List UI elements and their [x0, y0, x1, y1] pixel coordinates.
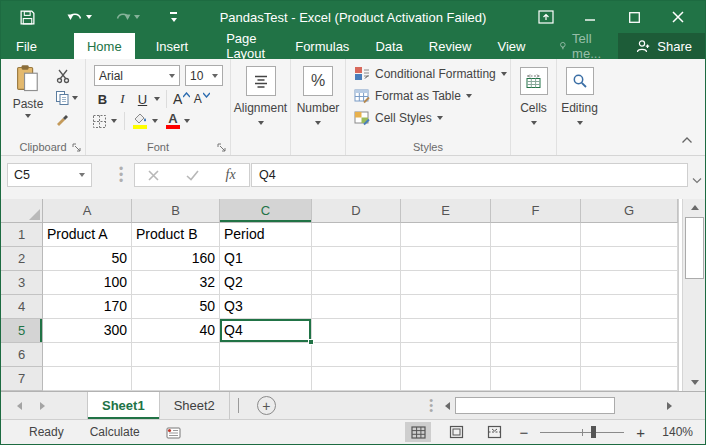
- close-button[interactable]: [661, 4, 695, 30]
- conditional-formatting-button[interactable]: Conditional Formatting: [354, 66, 507, 82]
- tab-file[interactable]: File: [1, 33, 52, 59]
- column-header-D[interactable]: D: [312, 199, 401, 223]
- collapse-ribbon-button[interactable]: [681, 133, 693, 147]
- column-header-F[interactable]: F: [491, 199, 581, 223]
- row-header-1[interactable]: 1: [1, 223, 43, 247]
- previous-sheet-button[interactable]: [17, 402, 22, 410]
- scroll-right-button[interactable]: [661, 396, 677, 415]
- cells-caret-icon[interactable]: [531, 121, 537, 125]
- cell-F5[interactable]: [491, 319, 581, 343]
- zoom-slider-thumb[interactable]: [591, 426, 596, 438]
- cell-E3[interactable]: [401, 271, 491, 295]
- vertical-scroll-thumb[interactable]: [685, 217, 704, 279]
- cell-D5[interactable]: [312, 319, 401, 343]
- cell-G5[interactable]: [581, 319, 678, 343]
- cell-C4[interactable]: Q3: [220, 295, 312, 319]
- cell-D7[interactable]: [312, 367, 401, 391]
- maximize-button[interactable]: [617, 4, 651, 30]
- column-header-G[interactable]: G: [581, 199, 678, 223]
- tab-review[interactable]: Review: [416, 33, 485, 59]
- cell-E1[interactable]: [401, 223, 491, 247]
- cell-D1[interactable]: [312, 223, 401, 247]
- cancel-button[interactable]: [148, 170, 159, 181]
- cell-D6[interactable]: [312, 343, 401, 367]
- row-header-3[interactable]: 3: [1, 271, 43, 295]
- share-button[interactable]: Share: [618, 33, 706, 59]
- cell-B5[interactable]: 40: [132, 319, 220, 343]
- page-break-preview-button[interactable]: [481, 422, 507, 442]
- editing-caret-icon[interactable]: [577, 121, 583, 125]
- tab-data[interactable]: Data: [362, 33, 415, 59]
- next-sheet-button[interactable]: [40, 402, 45, 410]
- cell-D2[interactable]: [312, 247, 401, 271]
- undo-dropdown-caret[interactable]: [86, 15, 92, 19]
- calculate-status[interactable]: Calculate: [90, 425, 140, 439]
- cell-A1[interactable]: Product A: [43, 223, 132, 247]
- cell-A4[interactable]: 170: [43, 295, 132, 319]
- cell-F7[interactable]: [491, 367, 581, 391]
- cell-B2[interactable]: 160: [132, 247, 220, 271]
- underline-button[interactable]: U: [134, 90, 151, 108]
- undo-button[interactable]: [62, 8, 96, 26]
- tab-page-layout[interactable]: Page Layout: [213, 33, 278, 59]
- cell-C6[interactable]: [220, 343, 312, 367]
- tab-formulas[interactable]: Formulas: [282, 33, 362, 59]
- select-all-button[interactable]: [1, 199, 43, 223]
- font-dialog-launcher[interactable]: [217, 142, 227, 152]
- cell-B6[interactable]: [132, 343, 220, 367]
- cell-G6[interactable]: [581, 343, 678, 367]
- alignment-caret-icon[interactable]: [258, 121, 264, 125]
- formula-input[interactable]: Q4: [251, 163, 688, 187]
- row-header-4[interactable]: 4: [1, 295, 43, 319]
- redo-button[interactable]: [110, 8, 144, 26]
- customize-quick-access-button[interactable]: [166, 10, 181, 24]
- cell-G3[interactable]: [581, 271, 678, 295]
- format-as-table-button[interactable]: Format as Table: [354, 88, 472, 104]
- font-size-select[interactable]: 10: [185, 65, 223, 86]
- cell-D4[interactable]: [312, 295, 401, 319]
- cell-F4[interactable]: [491, 295, 581, 319]
- ribbon-display-options-button[interactable]: [529, 4, 563, 30]
- font-color-button[interactable]: A: [166, 113, 180, 129]
- fill-handle[interactable]: [308, 339, 314, 345]
- tab-insert[interactable]: Insert: [143, 33, 202, 59]
- name-box[interactable]: C5: [7, 163, 92, 187]
- cell-C2[interactable]: Q1: [220, 247, 312, 271]
- cell-B1[interactable]: Product B: [132, 223, 220, 247]
- cell-F1[interactable]: [491, 223, 581, 247]
- cell-B7[interactable]: [132, 367, 220, 391]
- redo-dropdown-caret[interactable]: [134, 15, 140, 19]
- underline-caret-icon[interactable]: [154, 97, 160, 101]
- new-sheet-button[interactable]: +: [257, 396, 276, 415]
- cut-button[interactable]: [55, 68, 71, 84]
- font-color-caret-icon[interactable]: [184, 119, 190, 123]
- cell-A3[interactable]: 100: [43, 271, 132, 295]
- normal-view-button[interactable]: [405, 422, 431, 442]
- tab-tell-me[interactable]: Tell me...: [546, 33, 618, 59]
- vertical-scrollbar[interactable]: [682, 199, 706, 391]
- cell-G2[interactable]: [581, 247, 678, 271]
- increase-font-size-button[interactable]: A: [173, 90, 190, 108]
- formula-bar-grip[interactable]: •••: [119, 166, 123, 184]
- save-button[interactable]: [15, 7, 40, 28]
- clipboard-dialog-launcher[interactable]: [72, 142, 82, 152]
- cell-C3[interactable]: Q2: [220, 271, 312, 295]
- alignment-button[interactable]: [246, 66, 276, 96]
- cell-D3[interactable]: [312, 271, 401, 295]
- cell-F3[interactable]: [491, 271, 581, 295]
- cell-F2[interactable]: [491, 247, 581, 271]
- tab-home[interactable]: Home: [74, 33, 135, 59]
- number-caret-icon[interactable]: [315, 121, 321, 125]
- enter-button[interactable]: [186, 170, 199, 181]
- fill-color-caret-icon[interactable]: [152, 119, 158, 123]
- scroll-left-button[interactable]: [439, 396, 455, 415]
- cell-A2[interactable]: 50: [43, 247, 132, 271]
- horizontal-scrollbar[interactable]: [439, 396, 677, 415]
- cell-A7[interactable]: [43, 367, 132, 391]
- column-header-A[interactable]: A: [43, 199, 132, 223]
- scroll-up-button[interactable]: [683, 199, 706, 216]
- cell-B3[interactable]: 32: [132, 271, 220, 295]
- cell-styles-button[interactable]: Cell Styles: [354, 110, 443, 126]
- cell-E4[interactable]: [401, 295, 491, 319]
- column-header-B[interactable]: B: [132, 199, 220, 223]
